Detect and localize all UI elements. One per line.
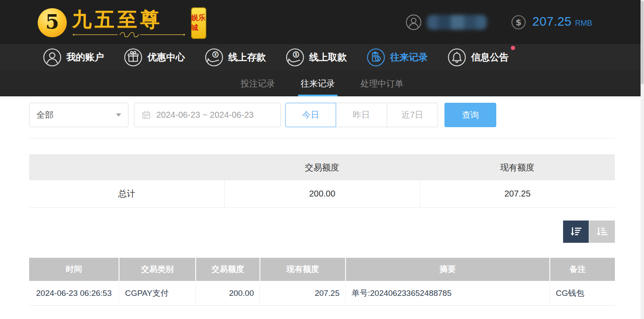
summary-table-header: 交易额度 现有额度 — [29, 155, 615, 180]
quick-today-button[interactable]: 今日 — [285, 103, 336, 127]
col-header-transaction-amount: 交易额度 — [195, 258, 259, 281]
brand-title: 九五至尊 — [72, 9, 186, 30]
cell-remarks: CG钱包 — [549, 281, 605, 305]
user-account-chip[interactable] — [405, 14, 487, 30]
summary-total-transaction-amount: 200.00 — [224, 180, 420, 207]
brand-badge: 娱乐城 — [191, 7, 206, 39]
svg-text:$: $ — [516, 17, 522, 27]
brand-circle-logo: 5 — [38, 8, 67, 37]
col-header-transaction-type: 交易类别 — [119, 258, 195, 281]
table-row: 2024-06-23 06:26:53 CGPAY支付 200.00 207.2… — [29, 281, 615, 306]
col-header-summary: 摘要 — [345, 258, 549, 281]
quick-week-button[interactable]: 近7日 — [387, 103, 438, 127]
chevron-down-icon — [116, 113, 121, 116]
summary-table: 交易额度 现有额度 总计 200.00 207.25 — [29, 154, 615, 208]
tab-betting-records[interactable]: 投注记录 — [239, 71, 277, 96]
balance-amount: 207.25 — [532, 15, 572, 29]
user-icon — [43, 48, 62, 67]
col-header-current-balance: 现有额度 — [259, 258, 345, 281]
col-header-time: 时间 — [29, 258, 119, 281]
bell-icon — [447, 48, 466, 67]
wallet-balance[interactable]: $ 207.25 RMB — [511, 15, 592, 30]
col-header-remarks: 备注 — [549, 258, 605, 281]
dollar-coin-icon: $ — [511, 15, 526, 30]
nav-item-deposit[interactable]: ¥ 线上存款 — [205, 48, 266, 67]
brand-flourish-ornament — [72, 31, 186, 38]
cell-transaction-amount: 200.00 — [195, 281, 259, 305]
balance-currency: RMB — [575, 19, 592, 28]
svg-text:¥: ¥ — [214, 52, 217, 57]
tab-processing-orders[interactable]: 处理中订单 — [359, 71, 405, 96]
tab-transaction-records[interactable]: 往来记录 — [299, 71, 337, 96]
cell-current-balance: 207.25 — [259, 281, 345, 305]
cell-summary: 单号:202406233652488785 — [345, 281, 549, 305]
sort-descending-icon — [569, 227, 582, 237]
type-select[interactable]: 全部 — [29, 103, 128, 127]
summary-total-label: 总计 — [29, 180, 224, 207]
nav-item-withdraw[interactable]: $ 线上取款 — [286, 48, 347, 67]
filter-bar: 全部 2024-06-23 ~ 2024-06-23 今日 昨日 近7日 查询 — [29, 103, 615, 127]
withdraw-hand-coin-icon: $ — [286, 48, 304, 67]
summary-header-current-balance: 现有额度 — [420, 155, 615, 180]
main-navigation: 我的账户 优惠中心 ¥ 线上存款 $ 线上取款 — [0, 44, 644, 71]
notification-dot — [511, 46, 515, 50]
quick-yesterday-button[interactable]: 昨日 — [336, 103, 387, 127]
nav-item-my-account[interactable]: 我的账户 — [43, 48, 104, 67]
records-table: 时间 交易类别 交易额度 现有额度 摘要 备注 2024-06-23 06:26… — [29, 258, 615, 306]
summary-total-current-balance: 207.25 — [420, 180, 615, 207]
sort-descending-button[interactable] — [563, 221, 589, 243]
date-range-value: 2024-06-23 ~ 2024-06-23 — [156, 110, 253, 120]
sort-ascending-button[interactable] — [589, 221, 615, 243]
section-divider — [29, 138, 615, 138]
nav-item-announcements[interactable]: 信息公告 — [447, 48, 509, 67]
date-range-input[interactable]: 2024-06-23 ~ 2024-06-23 — [134, 103, 281, 127]
summary-total-row: 总计 200.00 207.25 — [29, 180, 615, 208]
brand-logo-glyph: 5 — [45, 10, 59, 33]
calendar-icon — [142, 110, 151, 119]
records-tabbar: 投注记录 往来记录 处理中订单 — [0, 71, 644, 96]
svg-text:$: $ — [295, 52, 297, 57]
summary-header-transaction-amount: 交易额度 — [224, 155, 420, 180]
avatar-icon — [405, 14, 422, 30]
type-select-value: 全部 — [36, 109, 54, 121]
sort-ascending-icon — [596, 227, 608, 237]
cell-time: 2024-06-23 06:26:53 — [29, 281, 119, 305]
gift-icon — [124, 48, 143, 67]
vertical-scrollbar[interactable] — [641, 0, 644, 319]
nav-item-promotions[interactable]: 优惠中心 — [124, 48, 185, 67]
brand-logo[interactable]: 5 九五至尊 娱乐城 — [38, 6, 206, 39]
username-redacted — [427, 15, 487, 30]
nav-item-transaction-records[interactable]: 往来记录 — [367, 48, 428, 67]
transaction-records-icon — [367, 48, 385, 67]
cell-transaction-type: CGPAY支付 — [119, 281, 195, 305]
deposit-hand-coin-icon: ¥ — [205, 48, 224, 67]
records-table-header: 时间 交易类别 交易额度 现有额度 摘要 备注 — [29, 258, 615, 281]
quick-date-group: 今日 昨日 近7日 — [285, 103, 438, 127]
scrollbar-thumb[interactable] — [641, 1, 644, 84]
query-button[interactable]: 查询 — [444, 103, 496, 127]
sort-controls — [29, 221, 615, 243]
summary-header-empty — [29, 155, 224, 180]
top-header: 5 九五至尊 娱乐城 — [0, 0, 644, 44]
